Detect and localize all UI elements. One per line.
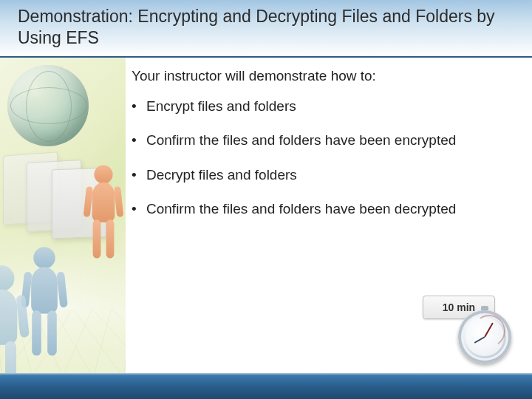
person-icon (83, 166, 123, 265)
bullet-list: Encrypt files and folders Confirm the fi… (132, 98, 511, 218)
list-item: Encrypt files and folders (132, 98, 511, 115)
list-item-label: Decrypt files and folders (146, 167, 297, 183)
slide: Demonstration: Encrypting and Decrypting… (0, 0, 532, 399)
intro-text: Your instructor will demonstrate how to: (132, 68, 511, 84)
list-item-label: Encrypt files and folders (146, 98, 296, 114)
decorative-sidebar (0, 58, 126, 373)
globe-icon (7, 65, 89, 146)
list-item: Decrypt files and folders (132, 166, 511, 184)
stopwatch-icon (458, 310, 511, 364)
footer-bar (0, 373, 532, 399)
person-icon (0, 265, 30, 373)
timer-badge: 10 min (423, 296, 511, 364)
list-item-label: Confirm the files and folders have been … (146, 132, 456, 148)
slide-title: Demonstration: Encrypting and Decrypting… (18, 6, 517, 49)
list-item: Confirm the files and folders have been … (132, 200, 511, 218)
list-item: Confirm the files and folders have been … (132, 132, 511, 149)
list-item-label: Confirm the files and folders have been … (146, 201, 456, 216)
content-area: Your instructor will demonstrate how to:… (132, 68, 511, 234)
